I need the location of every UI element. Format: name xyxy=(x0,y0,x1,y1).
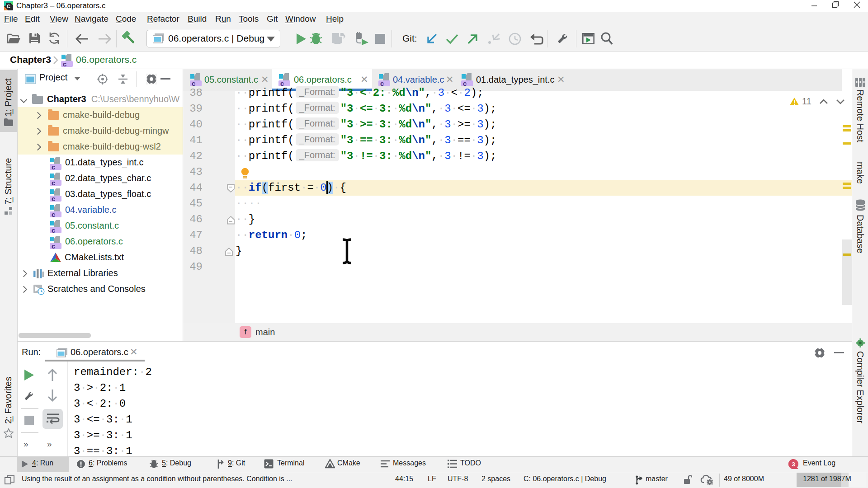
svg-text:3: 3 xyxy=(792,461,795,468)
svg-text:C: C xyxy=(7,4,10,9)
